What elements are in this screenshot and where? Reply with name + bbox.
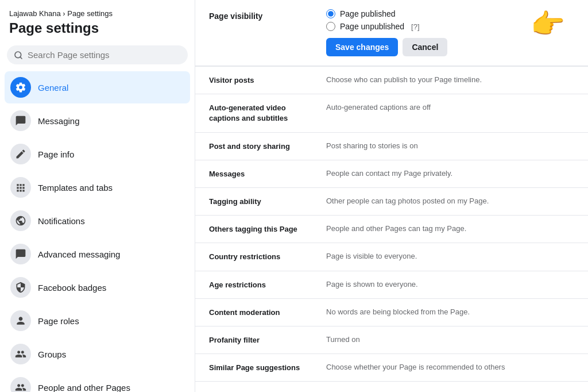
radio-published-label: Page published	[340, 9, 396, 18]
search-box	[7, 45, 188, 64]
settings-row-value: Turned on	[326, 335, 574, 345]
advanced-messaging-icon	[10, 244, 31, 264]
settings-row-value: People can contact my Page privately.	[326, 168, 574, 179]
settings-row[interactable]: Age restrictionsPage is shown to everyon…	[195, 271, 588, 299]
sidebar-item-label-advanced-messaging: Advanced messaging	[38, 249, 120, 259]
settings-row-label: Similar Page suggestions	[209, 362, 312, 373]
page-info-icon	[10, 144, 31, 164]
sidebar-item-label-general: General	[38, 83, 68, 93]
settings-row-label: Auto-generated video captions and subtit…	[209, 102, 312, 124]
settings-row-value: No words are being blocked from the Page…	[326, 307, 574, 317]
settings-row[interactable]: Others tagging this PagePeople and other…	[195, 216, 588, 243]
settings-row-label: Visitor posts	[209, 75, 312, 86]
settings-row-label: Post and story sharing	[209, 141, 312, 152]
settings-row-value: Page posts are automatically published w…	[326, 390, 574, 392]
settings-row[interactable]: Tagging abilityOther people can tag phot…	[195, 188, 588, 216]
action-buttons: Save changes Cancel	[326, 38, 574, 56]
main-content: Page visibility Page published Page unpu…	[195, 0, 588, 392]
groups-icon	[10, 344, 31, 364]
sidebar-item-facebook-badges[interactable]: Facebook badges	[5, 271, 190, 303]
settings-row-label: Country restrictions	[209, 251, 312, 262]
sidebar-item-notifications[interactable]: Notifications	[5, 205, 190, 237]
radio-unpublished-input[interactable]	[326, 22, 335, 31]
settings-row-value: Page is visible to everyone.	[326, 251, 574, 262]
settings-row[interactable]: Similar Page suggestionsChoose whether y…	[195, 354, 588, 382]
settings-row-value: Choose whether your Page is recommended …	[326, 362, 574, 372]
page-title: Page settings	[5, 20, 190, 45]
visibility-label: Page visibility	[209, 9, 312, 56]
settings-row[interactable]: Country restrictionsPage is visible to e…	[195, 243, 588, 271]
settings-row[interactable]: MessagesPeople can contact my Page priva…	[195, 160, 588, 188]
sidebar-item-label-page-info: Page info	[38, 149, 74, 159]
radio-published-input[interactable]	[326, 9, 335, 18]
breadcrumb: Lajawab Khana › Page settings	[5, 9, 190, 20]
sidebar-item-label-page-roles: Page roles	[38, 316, 79, 326]
sidebar-item-label-groups: Groups	[38, 349, 66, 359]
sidebar-item-label-notifications: Notifications	[38, 216, 85, 226]
settings-row-label: Others tagging this Page	[209, 224, 312, 235]
sidebar-item-messaging[interactable]: Messaging	[5, 105, 190, 137]
settings-rows-container: Visitor postsChoose who can publish to y…	[195, 67, 588, 392]
settings-row[interactable]: Profanity filterTurned on	[195, 326, 588, 354]
search-icon	[14, 51, 23, 60]
settings-row-value: Other people can tag photos posted on my…	[326, 196, 574, 206]
breadcrumb-current: Page settings	[67, 9, 113, 18]
settings-row-label: Page updates	[209, 390, 312, 392]
sidebar-item-page-roles[interactable]: Page roles	[5, 305, 190, 337]
settings-row[interactable]: Auto-generated video captions and subtit…	[195, 94, 588, 132]
settings-row-label: Age restrictions	[209, 279, 312, 290]
save-button[interactable]: Save changes	[326, 38, 398, 56]
page-roles-icon	[10, 310, 31, 331]
sidebar-item-label-templates: Templates and tabs	[38, 183, 113, 193]
settings-row-value: Post sharing to stories is on	[326, 141, 574, 151]
settings-row-value: Page is shown to everyone.	[326, 279, 574, 290]
cancel-button[interactable]: Cancel	[403, 38, 447, 56]
settings-row[interactable]: Content moderationNo words are being blo…	[195, 299, 588, 326]
notifications-icon	[10, 210, 31, 231]
settings-row-label: Tagging ability	[209, 196, 312, 207]
settings-row-label: Profanity filter	[209, 335, 312, 345]
general-icon	[10, 77, 31, 98]
sidebar: Lajawab Khana › Page settings Page setti…	[0, 0, 195, 392]
settings-row[interactable]: Post and story sharingPost sharing to st…	[195, 133, 588, 160]
messaging-icon	[10, 110, 31, 131]
facebook-badges-icon	[10, 277, 31, 298]
pointing-hand-emoji: 👉	[531, 8, 565, 40]
people-pages-icon	[10, 377, 31, 392]
sidebar-item-label-messaging: Messaging	[38, 116, 80, 126]
sidebar-item-general[interactable]: General	[5, 71, 190, 103]
sidebar-item-label-people-pages: People and other Pages	[38, 383, 130, 393]
settings-row-value: Choose who can publish to your Page time…	[326, 75, 574, 85]
radio-unpublished-label: Page unpublished	[340, 22, 404, 31]
templates-icon	[10, 177, 31, 198]
settings-row[interactable]: Visitor postsChoose who can publish to y…	[195, 67, 588, 94]
settings-row-value: Auto-generated captions are off	[326, 102, 574, 113]
sidebar-item-people-pages[interactable]: People and other Pages	[5, 371, 190, 392]
sidebar-item-templates[interactable]: Templates and tabs	[5, 171, 190, 203]
breadcrumb-parent[interactable]: Lajawab Khana	[9, 9, 61, 18]
sidebar-item-page-info[interactable]: Page info	[5, 138, 190, 170]
breadcrumb-separator: ›	[63, 9, 65, 18]
nav-list: GeneralMessagingPage infoTemplates and t…	[5, 71, 190, 392]
visibility-section: Page visibility Page published Page unpu…	[195, 0, 588, 67]
help-link[interactable]: [?]	[411, 22, 419, 31]
settings-row-label: Content moderation	[209, 307, 312, 318]
settings-row-value: People and other Pages can tag my Page.	[326, 224, 574, 234]
svg-line-1	[20, 57, 22, 59]
sidebar-item-advanced-messaging[interactable]: Advanced messaging	[5, 238, 190, 270]
search-input[interactable]	[28, 50, 181, 60]
sidebar-item-groups[interactable]: Groups	[5, 338, 190, 370]
sidebar-item-label-facebook-badges: Facebook badges	[38, 283, 106, 293]
settings-row-label: Messages	[209, 168, 312, 179]
settings-row[interactable]: Page updatesPage posts are automatically…	[195, 382, 588, 392]
